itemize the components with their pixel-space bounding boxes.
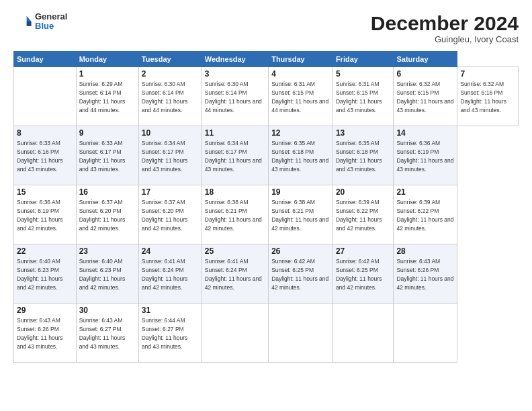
table-row: 16 Sunrise: 6:37 AMSunset: 6:20 PMDaylig…	[76, 185, 138, 244]
logo-blue: Blue	[35, 21, 67, 31]
day-info: Sunrise: 6:29 AMSunset: 6:14 PMDaylight:…	[79, 81, 126, 113]
header-saturday: Saturday	[394, 52, 457, 67]
table-row: 15 Sunrise: 6:36 AMSunset: 6:19 PMDaylig…	[14, 185, 77, 244]
header-sunday: Sunday	[14, 52, 77, 67]
day-info: Sunrise: 6:41 AMSunset: 6:24 PMDaylight:…	[205, 258, 262, 291]
table-row: 17 Sunrise: 6:37 AMSunset: 6:20 PMDaylig…	[138, 185, 202, 244]
table-row: 5 Sunrise: 6:31 AMSunset: 6:15 PMDayligh…	[332, 67, 394, 126]
header-wednesday: Wednesday	[202, 52, 268, 67]
day-info: Sunrise: 6:36 AMSunset: 6:19 PMDaylight:…	[17, 199, 63, 232]
day-info: Sunrise: 6:37 AMSunset: 6:20 PMDaylight:…	[79, 199, 126, 232]
table-row	[394, 304, 457, 363]
calendar-table: Sunday Monday Tuesday Wednesday Thursday…	[13, 51, 519, 363]
table-row	[269, 304, 333, 363]
table-row: 28 Sunrise: 6:43 AMSunset: 6:26 PMDaylig…	[394, 244, 457, 304]
calendar-week-1: 1 Sunrise: 6:29 AMSunset: 6:14 PMDayligh…	[14, 67, 519, 126]
day-info: Sunrise: 6:43 AMSunset: 6:27 PMDaylight:…	[79, 317, 126, 350]
day-info: Sunrise: 6:41 AMSunset: 6:24 PMDaylight:…	[142, 258, 188, 291]
day-info: Sunrise: 6:42 AMSunset: 6:25 PMDaylight:…	[271, 258, 328, 291]
location-subtitle: Guingleu, Ivory Coast	[371, 34, 519, 44]
table-row: 30 Sunrise: 6:43 AMSunset: 6:27 PMDaylig…	[76, 304, 138, 363]
day-number: 12	[271, 128, 330, 138]
day-number: 27	[336, 246, 391, 256]
day-number: 11	[205, 128, 265, 138]
day-info: Sunrise: 6:31 AMSunset: 6:15 PMDaylight:…	[336, 81, 382, 113]
logo: General Blue	[13, 12, 67, 32]
table-row: 24 Sunrise: 6:41 AMSunset: 6:24 PMDaylig…	[138, 244, 202, 304]
header-friday: Friday	[332, 52, 394, 67]
calendar-week-2: 8 Sunrise: 6:33 AMSunset: 6:16 PMDayligh…	[14, 126, 519, 185]
header-tuesday: Tuesday	[138, 52, 202, 67]
day-info: Sunrise: 6:37 AMSunset: 6:20 PMDaylight:…	[142, 199, 188, 232]
day-info: Sunrise: 6:32 AMSunset: 6:16 PMDaylight:…	[460, 81, 506, 113]
day-info: Sunrise: 6:34 AMSunset: 6:17 PMDaylight:…	[205, 140, 262, 173]
day-number: 18	[205, 187, 265, 197]
table-row: 6 Sunrise: 6:32 AMSunset: 6:15 PMDayligh…	[394, 67, 457, 126]
table-row: 8 Sunrise: 6:33 AMSunset: 6:16 PMDayligh…	[14, 126, 77, 185]
table-row: 21 Sunrise: 6:39 AMSunset: 6:22 PMDaylig…	[394, 185, 457, 244]
day-number: 4	[271, 69, 330, 79]
day-number: 17	[142, 187, 199, 197]
day-number: 1	[79, 69, 136, 79]
calendar-week-5: 29 Sunrise: 6:43 AMSunset: 6:26 PMDaylig…	[14, 304, 519, 363]
table-row: 29 Sunrise: 6:43 AMSunset: 6:26 PMDaylig…	[14, 304, 77, 363]
calendar-week-4: 22 Sunrise: 6:40 AMSunset: 6:23 PMDaylig…	[14, 244, 519, 304]
day-info: Sunrise: 6:38 AMSunset: 6:21 PMDaylight:…	[271, 199, 328, 232]
table-row: 23 Sunrise: 6:40 AMSunset: 6:23 PMDaylig…	[76, 244, 138, 304]
table-row: 2 Sunrise: 6:30 AMSunset: 6:14 PMDayligh…	[138, 67, 202, 126]
table-row: 4 Sunrise: 6:31 AMSunset: 6:15 PMDayligh…	[269, 67, 333, 126]
table-row: 9 Sunrise: 6:33 AMSunset: 6:17 PMDayligh…	[76, 126, 138, 185]
day-number: 22	[17, 246, 73, 256]
day-number: 19	[271, 187, 330, 197]
day-info: Sunrise: 6:33 AMSunset: 6:16 PMDaylight:…	[17, 140, 63, 173]
day-number: 28	[396, 246, 454, 256]
svg-marker-0	[27, 16, 32, 21]
day-number: 14	[396, 128, 454, 138]
day-info: Sunrise: 6:32 AMSunset: 6:15 PMDaylight:…	[396, 81, 453, 113]
day-info: Sunrise: 6:35 AMSunset: 6:18 PMDaylight:…	[271, 140, 328, 173]
day-info: Sunrise: 6:42 AMSunset: 6:25 PMDaylight:…	[336, 258, 382, 291]
logo-icon	[13, 12, 32, 31]
day-info: Sunrise: 6:40 AMSunset: 6:23 PMDaylight:…	[79, 258, 126, 291]
day-info: Sunrise: 6:31 AMSunset: 6:15 PMDaylight:…	[271, 81, 328, 113]
day-number: 29	[17, 306, 73, 315]
header-thursday: Thursday	[269, 52, 333, 67]
day-number: 16	[79, 187, 136, 197]
table-row: 10 Sunrise: 6:34 AMSunset: 6:17 PMDaylig…	[138, 126, 202, 185]
day-number: 24	[142, 246, 199, 256]
day-number: 3	[205, 69, 265, 79]
title-block: December 2024 Guingleu, Ivory Coast	[371, 12, 519, 44]
logo-text: General Blue	[35, 12, 67, 32]
day-number: 13	[336, 128, 391, 138]
day-info: Sunrise: 6:33 AMSunset: 6:17 PMDaylight:…	[79, 140, 126, 173]
day-number: 26	[271, 246, 330, 256]
day-info: Sunrise: 6:38 AMSunset: 6:21 PMDaylight:…	[205, 199, 262, 232]
day-info: Sunrise: 6:30 AMSunset: 6:14 PMDaylight:…	[205, 81, 262, 113]
day-info: Sunrise: 6:39 AMSunset: 6:22 PMDaylight:…	[396, 199, 453, 232]
empty-cell	[14, 67, 77, 126]
table-row: 26 Sunrise: 6:42 AMSunset: 6:25 PMDaylig…	[269, 244, 333, 304]
day-info: Sunrise: 6:36 AMSunset: 6:19 PMDaylight:…	[396, 140, 453, 173]
day-number: 7	[460, 69, 515, 79]
table-row: 20 Sunrise: 6:39 AMSunset: 6:22 PMDaylig…	[332, 185, 394, 244]
day-number: 20	[336, 187, 391, 197]
header-monday: Monday	[76, 52, 138, 67]
day-number: 9	[79, 128, 136, 138]
table-row: 18 Sunrise: 6:38 AMSunset: 6:21 PMDaylig…	[202, 185, 268, 244]
table-row: 11 Sunrise: 6:34 AMSunset: 6:17 PMDaylig…	[202, 126, 268, 185]
table-row: 14 Sunrise: 6:36 AMSunset: 6:19 PMDaylig…	[394, 126, 457, 185]
day-info: Sunrise: 6:40 AMSunset: 6:23 PMDaylight:…	[17, 258, 63, 291]
day-number: 21	[396, 187, 454, 197]
table-row: 31 Sunrise: 6:44 AMSunset: 6:27 PMDaylig…	[138, 304, 202, 363]
header: General Blue December 2024 Guingleu, Ivo…	[13, 12, 519, 44]
logo-general: General	[35, 12, 67, 21]
day-info: Sunrise: 6:35 AMSunset: 6:18 PMDaylight:…	[336, 140, 382, 173]
table-row: 12 Sunrise: 6:35 AMSunset: 6:18 PMDaylig…	[269, 126, 333, 185]
table-row: 27 Sunrise: 6:42 AMSunset: 6:25 PMDaylig…	[332, 244, 394, 304]
day-info: Sunrise: 6:43 AMSunset: 6:26 PMDaylight:…	[17, 317, 63, 350]
table-row: 7 Sunrise: 6:32 AMSunset: 6:16 PMDayligh…	[457, 67, 519, 126]
day-number: 31	[142, 306, 199, 315]
table-row: 19 Sunrise: 6:38 AMSunset: 6:21 PMDaylig…	[269, 185, 333, 244]
day-number: 23	[79, 246, 136, 256]
table-row: 25 Sunrise: 6:41 AMSunset: 6:24 PMDaylig…	[202, 244, 268, 304]
